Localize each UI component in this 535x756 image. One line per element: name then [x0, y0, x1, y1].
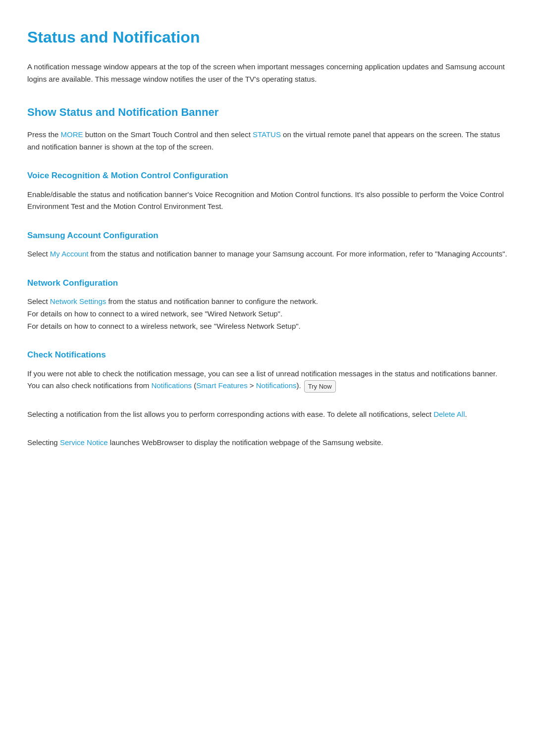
page-title: Status and Notification [27, 25, 508, 50]
check-notifications-title: Check Notifications [27, 348, 508, 361]
smart-features-highlight: Smart Features [196, 381, 247, 390]
service-notice-highlight: Service Notice [60, 438, 108, 447]
network-line2: For details on how to connect to a wired… [27, 309, 282, 318]
show-status-title: Show Status and Notification Banner [27, 103, 508, 121]
intro-text: A notification message window appears at… [27, 61, 508, 86]
voice-recognition-body: Enable/disable the status and notificati… [27, 189, 508, 213]
samsung-account-section: Samsung Account Configuration Select My … [27, 229, 508, 260]
check-notifications-para2: Selecting a notification from the list a… [27, 408, 508, 421]
status-highlight: STATUS [253, 130, 281, 139]
network-line3: For details on how to connect to a wirel… [27, 322, 301, 330]
show-status-body: Press the MORE button on the Smart Touch… [27, 129, 508, 153]
show-status-section: Show Status and Notification Banner Pres… [27, 103, 508, 153]
more-highlight: MORE [61, 130, 83, 139]
voice-recognition-title: Voice Recognition & Motion Control Confi… [27, 169, 508, 182]
try-now-badge[interactable]: Try Now [304, 380, 336, 393]
delete-all-highlight: Delete All [433, 410, 465, 418]
network-settings-highlight: Network Settings [50, 297, 106, 305]
samsung-account-title: Samsung Account Configuration [27, 229, 508, 242]
check-notifications-para1: If you were not able to check the notifi… [27, 368, 508, 393]
check-notifications-para3: Selecting Service Notice launches WebBro… [27, 437, 508, 449]
notifications-highlight1: Notifications [151, 381, 192, 390]
check-notifications-section: Check Notifications If you were not able… [27, 348, 508, 449]
network-config-body: Select Network Settings from the status … [27, 296, 508, 332]
network-config-section: Network Configuration Select Network Set… [27, 276, 508, 332]
network-config-title: Network Configuration [27, 276, 508, 290]
voice-recognition-section: Voice Recognition & Motion Control Confi… [27, 169, 508, 213]
my-account-highlight: My Account [50, 250, 89, 258]
samsung-account-body: Select My Account from the status and no… [27, 248, 508, 260]
notifications-highlight2: Notifications [256, 381, 297, 390]
